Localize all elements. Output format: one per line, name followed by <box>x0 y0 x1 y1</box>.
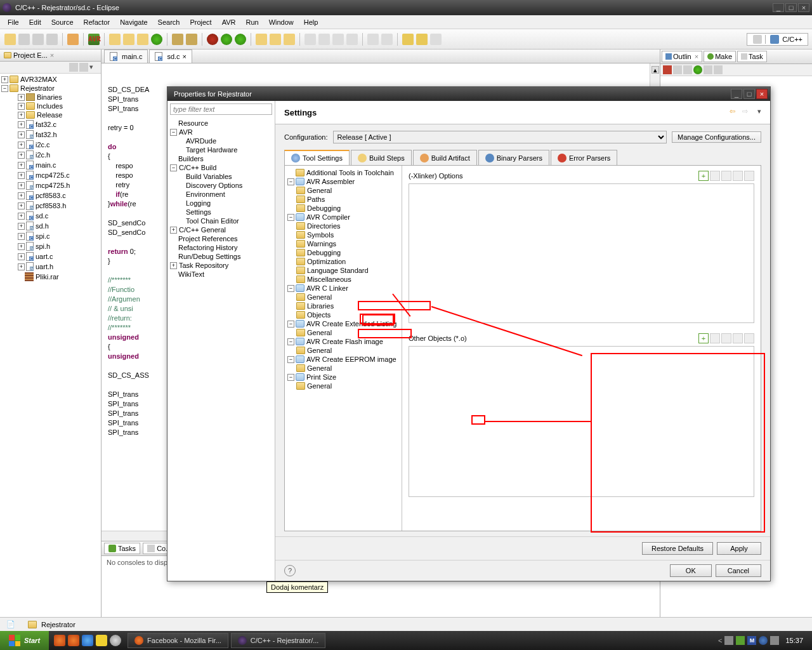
settings-tree-item[interactable]: −AVR Create Extended Listing <box>287 319 399 328</box>
expand-icon[interactable]: + <box>18 223 25 230</box>
configuration-select[interactable]: Release [ Active ] <box>333 131 667 143</box>
tree-node-label[interactable]: AVR32MAX <box>20 76 57 83</box>
dialog-tree-item[interactable]: WikiText <box>169 270 273 279</box>
close-icon[interactable]: × <box>50 51 54 59</box>
settings-tree-item[interactable]: General <box>287 346 399 355</box>
close-button[interactable]: × <box>798 3 809 12</box>
dialog-tree-item[interactable]: −AVR <box>169 128 273 136</box>
refresh-icon[interactable] <box>151 34 162 45</box>
apply-button[interactable]: Apply <box>717 542 761 555</box>
tool-icon[interactable] <box>304 34 316 45</box>
menu-source[interactable]: Source <box>46 17 79 27</box>
dialog-maximize-button[interactable]: □ <box>743 89 755 99</box>
tab-build-artifact[interactable]: Build Artifact <box>413 150 477 165</box>
taskbar-task-firefox[interactable]: Facebook - Mozilla Fir... <box>128 633 228 648</box>
dialog-tree-item[interactable]: Resource <box>169 119 273 128</box>
dialog-tree-item[interactable]: Target Hardware <box>169 145 273 154</box>
expand-icon[interactable]: + <box>18 192 25 199</box>
menu-icon[interactable]: ▾ <box>89 63 98 72</box>
edit-icon[interactable] <box>721 171 731 181</box>
dialog-tree-item[interactable]: Build Variables <box>169 172 273 181</box>
tool-icon[interactable] <box>332 34 344 45</box>
expand-icon[interactable]: + <box>18 172 25 179</box>
folder-icon[interactable] <box>256 34 267 45</box>
settings-tree-item[interactable]: Objects <box>287 310 399 319</box>
tree-item[interactable]: +uart.c <box>1 251 100 262</box>
settings-tree[interactable]: Additional Tools in Toolchain−AVR Assemb… <box>285 166 402 531</box>
link-icon[interactable] <box>79 63 88 72</box>
collapse-icon[interactable]: − <box>1 85 8 92</box>
menu-navigate[interactable]: Navigate <box>115 17 152 27</box>
tree-item[interactable]: +Binaries <box>1 93 100 102</box>
move-down-icon[interactable] <box>744 171 754 181</box>
sort-icon[interactable] <box>663 65 672 74</box>
expand-icon[interactable]: + <box>18 94 25 101</box>
collapse-icon[interactable] <box>69 63 78 72</box>
expand-icon[interactable]: − <box>287 338 294 345</box>
chrome-icon[interactable] <box>110 635 121 646</box>
expand-icon[interactable]: + <box>170 227 177 234</box>
settings-tree-item[interactable]: −AVR Create EEPROM image <box>287 355 399 364</box>
dialog-close-button[interactable]: × <box>756 89 768 99</box>
move-up-icon[interactable] <box>733 333 743 343</box>
tree-item[interactable]: Pliki.rar <box>1 272 100 282</box>
dialog-tree-item[interactable]: Project References <box>169 234 273 243</box>
settings-tree-item[interactable]: −AVR C Linker <box>287 284 399 293</box>
tree-item[interactable]: +Includes <box>1 102 100 110</box>
move-up-icon[interactable] <box>733 171 743 181</box>
settings-tree-item[interactable]: Warnings <box>287 239 399 248</box>
nav-icon[interactable] <box>402 34 414 45</box>
expand-icon[interactable]: − <box>170 129 177 136</box>
start-button[interactable]: Start <box>0 631 49 650</box>
dialog-tree-item[interactable]: Discovery Options <box>169 181 273 190</box>
tool-icon[interactable] <box>137 34 148 45</box>
menu-project[interactable]: Project <box>185 17 216 27</box>
toggle-icon[interactable] <box>704 65 712 74</box>
settings-tree-item[interactable]: −AVR Assembler <box>287 177 399 186</box>
expand-icon[interactable]: − <box>287 374 294 381</box>
xlinker-options-list[interactable] <box>409 183 754 323</box>
nav-icon[interactable] <box>416 34 428 45</box>
dialog-tree-item[interactable]: Refactoring History <box>169 243 273 252</box>
expand-icon[interactable]: + <box>18 243 25 250</box>
dialog-minimize-button[interactable]: _ <box>731 89 742 99</box>
firefox-icon[interactable] <box>68 635 79 646</box>
menu-avr[interactable]: AVR <box>217 17 241 27</box>
tree-item[interactable]: +spi.c <box>1 231 100 241</box>
project-tree[interactable]: +AVR32MAX −Rejestrator +Binaries+Include… <box>0 74 101 617</box>
tool-icon[interactable] <box>346 34 358 45</box>
delete-icon[interactable] <box>710 171 720 181</box>
expand-icon[interactable]: + <box>18 152 25 159</box>
delete-icon[interactable] <box>710 333 720 343</box>
settings-tree-item[interactable]: Symbols <box>287 230 399 239</box>
add-icon[interactable]: + <box>698 333 709 343</box>
tool-icon[interactable] <box>109 34 121 45</box>
editor-tab-sd[interactable]: sd.c× <box>149 50 192 63</box>
tray-icon[interactable] <box>736 636 745 645</box>
clock[interactable]: 15:37 <box>782 637 807 644</box>
settings-tree-item[interactable]: −AVR Create Flash image <box>287 337 399 346</box>
dialog-tree-item[interactable]: Tool Chain Editor <box>169 216 273 225</box>
tab-error-parsers[interactable]: Error Parsers <box>551 150 617 165</box>
saveall-icon[interactable] <box>32 34 44 45</box>
project-explorer-tab[interactable]: Project E... × <box>0 50 101 62</box>
expand-icon[interactable]: + <box>18 103 25 110</box>
tree-item[interactable]: +i2c.c <box>1 140 100 150</box>
settings-tree-item[interactable]: Language Standard <box>287 266 399 275</box>
move-down-icon[interactable] <box>744 333 754 343</box>
expand-icon[interactable]: + <box>1 76 8 83</box>
expand-icon[interactable]: + <box>18 121 25 128</box>
task-tab[interactable]: Task <box>737 51 767 62</box>
restore-defaults-button[interactable]: Restore Defaults <box>642 542 713 555</box>
settings-tree-item[interactable]: General <box>287 328 399 337</box>
expand-icon[interactable]: − <box>287 356 294 363</box>
menu-refactor[interactable]: Refactor <box>79 17 115 27</box>
tree-item[interactable]: +pcf8583.c <box>1 190 100 201</box>
dialog-tree-item[interactable]: +Task Repository <box>169 261 273 270</box>
cancel-button[interactable]: Cancel <box>716 564 761 577</box>
tree-item[interactable]: +Release <box>1 110 100 119</box>
firefox-icon[interactable] <box>54 635 65 646</box>
settings-tree-item[interactable]: Libraries <box>287 302 399 310</box>
run-icon[interactable] <box>235 34 246 45</box>
settings-tree-item[interactable]: Optimization <box>287 257 399 266</box>
